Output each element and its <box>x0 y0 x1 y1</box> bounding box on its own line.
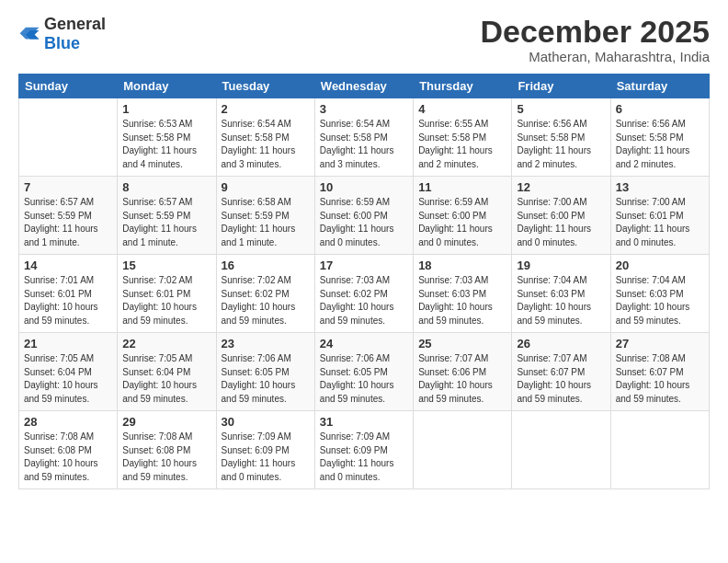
day-number: 20 <box>616 259 704 272</box>
table-row <box>512 411 610 489</box>
table-row: 17Sunrise: 7:03 AM Sunset: 6:02 PM Dayli… <box>314 255 413 333</box>
table-row: 10Sunrise: 6:59 AM Sunset: 6:00 PM Dayli… <box>314 177 413 255</box>
calendar-table: Sunday Monday Tuesday Wednesday Thursday… <box>18 74 710 489</box>
day-number: 7 <box>24 180 112 194</box>
day-number: 13 <box>616 180 704 194</box>
calendar-week-row: 28Sunrise: 7:08 AM Sunset: 6:08 PM Dayli… <box>19 411 710 489</box>
col-tuesday: Tuesday <box>216 75 314 98</box>
day-info: Sunrise: 7:02 AM Sunset: 6:02 PM Dayligh… <box>222 274 310 327</box>
day-info: Sunrise: 7:06 AM Sunset: 6:05 PM Dayligh… <box>320 352 408 406</box>
day-number: 19 <box>517 259 605 272</box>
day-number: 24 <box>320 337 408 350</box>
table-row: 25Sunrise: 7:07 AM Sunset: 6:06 PM Dayli… <box>414 333 512 411</box>
day-info: Sunrise: 7:08 AM Sunset: 6:08 PM Dayligh… <box>122 431 210 484</box>
day-number: 14 <box>24 259 112 272</box>
calendar-week-row: 21Sunrise: 7:05 AM Sunset: 6:04 PM Dayli… <box>19 333 710 411</box>
logo-text: General Blue <box>44 15 106 53</box>
table-row: 8Sunrise: 6:57 AM Sunset: 5:59 PM Daylig… <box>118 177 216 255</box>
table-row: 4Sunrise: 6:55 AM Sunset: 5:58 PM Daylig… <box>414 98 512 177</box>
day-info: Sunrise: 7:09 AM Sunset: 6:09 PM Dayligh… <box>222 431 310 484</box>
day-number: 1 <box>122 102 210 116</box>
logo-icon <box>18 26 40 42</box>
day-info: Sunrise: 6:57 AM Sunset: 5:59 PM Dayligh… <box>24 196 112 249</box>
day-info: Sunrise: 7:07 AM Sunset: 6:06 PM Dayligh… <box>418 352 506 406</box>
logo: General Blue <box>18 15 106 53</box>
header: General Blue December 2025 Matheran, Mah… <box>18 15 710 64</box>
location-title: Matheran, Maharashtra, India <box>480 49 710 64</box>
table-row: 21Sunrise: 7:05 AM Sunset: 6:04 PM Dayli… <box>19 333 118 411</box>
day-number: 31 <box>320 415 408 429</box>
day-info: Sunrise: 7:09 AM Sunset: 6:09 PM Dayligh… <box>320 431 408 484</box>
col-friday: Friday <box>512 75 610 98</box>
day-number: 15 <box>122 259 210 272</box>
table-row: 23Sunrise: 7:06 AM Sunset: 6:05 PM Dayli… <box>216 333 314 411</box>
day-info: Sunrise: 7:07 AM Sunset: 6:07 PM Dayligh… <box>517 352 605 406</box>
day-info: Sunrise: 7:02 AM Sunset: 6:01 PM Dayligh… <box>122 274 210 327</box>
table-row: 28Sunrise: 7:08 AM Sunset: 6:08 PM Dayli… <box>19 411 118 489</box>
day-number: 21 <box>24 337 112 350</box>
day-number: 3 <box>320 102 408 116</box>
day-info: Sunrise: 6:53 AM Sunset: 5:58 PM Dayligh… <box>122 118 210 171</box>
day-number: 9 <box>222 180 310 194</box>
day-info: Sunrise: 7:03 AM Sunset: 6:03 PM Dayligh… <box>418 274 506 327</box>
table-row: 11Sunrise: 6:59 AM Sunset: 6:00 PM Dayli… <box>414 177 512 255</box>
day-number: 30 <box>222 415 310 429</box>
table-row: 29Sunrise: 7:08 AM Sunset: 6:08 PM Dayli… <box>118 411 216 489</box>
day-info: Sunrise: 7:08 AM Sunset: 6:07 PM Dayligh… <box>616 352 704 406</box>
table-row: 5Sunrise: 6:56 AM Sunset: 5:58 PM Daylig… <box>512 98 610 177</box>
table-row: 13Sunrise: 7:00 AM Sunset: 6:01 PM Dayli… <box>610 177 709 255</box>
col-wednesday: Wednesday <box>314 75 413 98</box>
day-info: Sunrise: 6:56 AM Sunset: 5:58 PM Dayligh… <box>517 118 605 171</box>
day-info: Sunrise: 6:54 AM Sunset: 5:58 PM Dayligh… <box>222 118 310 171</box>
table-row: 27Sunrise: 7:08 AM Sunset: 6:07 PM Dayli… <box>610 333 709 411</box>
col-thursday: Thursday <box>414 75 512 98</box>
day-number: 22 <box>122 337 210 350</box>
day-number: 11 <box>418 180 506 194</box>
day-info: Sunrise: 6:54 AM Sunset: 5:58 PM Dayligh… <box>320 118 408 171</box>
table-row: 26Sunrise: 7:07 AM Sunset: 6:07 PM Dayli… <box>512 333 610 411</box>
day-info: Sunrise: 7:00 AM Sunset: 6:01 PM Dayligh… <box>616 196 704 249</box>
table-row: 19Sunrise: 7:04 AM Sunset: 6:03 PM Dayli… <box>512 255 610 333</box>
day-info: Sunrise: 7:05 AM Sunset: 6:04 PM Dayligh… <box>122 352 210 406</box>
table-row: 20Sunrise: 7:04 AM Sunset: 6:03 PM Dayli… <box>610 255 709 333</box>
day-number: 29 <box>122 415 210 429</box>
day-info: Sunrise: 6:56 AM Sunset: 5:58 PM Dayligh… <box>616 118 704 171</box>
col-saturday: Saturday <box>610 75 709 98</box>
day-number: 18 <box>418 259 506 272</box>
table-row <box>610 411 709 489</box>
col-sunday: Sunday <box>19 75 118 98</box>
day-number: 27 <box>616 337 704 350</box>
col-monday: Monday <box>118 75 216 98</box>
day-info: Sunrise: 7:04 AM Sunset: 6:03 PM Dayligh… <box>616 274 704 327</box>
day-number: 2 <box>222 102 310 116</box>
day-info: Sunrise: 6:57 AM Sunset: 5:59 PM Dayligh… <box>122 196 210 249</box>
table-row: 3Sunrise: 6:54 AM Sunset: 5:58 PM Daylig… <box>314 98 413 177</box>
day-info: Sunrise: 6:59 AM Sunset: 6:00 PM Dayligh… <box>418 196 506 249</box>
day-number: 23 <box>222 337 310 350</box>
day-info: Sunrise: 7:05 AM Sunset: 6:04 PM Dayligh… <box>24 352 112 406</box>
table-row: 9Sunrise: 6:58 AM Sunset: 5:59 PM Daylig… <box>216 177 314 255</box>
day-info: Sunrise: 6:55 AM Sunset: 5:58 PM Dayligh… <box>418 118 506 171</box>
day-number: 26 <box>517 337 605 350</box>
table-row: 1Sunrise: 6:53 AM Sunset: 5:58 PM Daylig… <box>118 98 216 177</box>
table-row: 31Sunrise: 7:09 AM Sunset: 6:09 PM Dayli… <box>314 411 413 489</box>
calendar-header-row: Sunday Monday Tuesday Wednesday Thursday… <box>19 75 710 98</box>
day-number: 17 <box>320 259 408 272</box>
table-row: 2Sunrise: 6:54 AM Sunset: 5:58 PM Daylig… <box>216 98 314 177</box>
table-row: 7Sunrise: 6:57 AM Sunset: 5:59 PM Daylig… <box>19 177 118 255</box>
day-number: 10 <box>320 180 408 194</box>
title-block: December 2025 Matheran, Maharashtra, Ind… <box>480 15 710 64</box>
day-number: 25 <box>418 337 506 350</box>
day-number: 16 <box>222 259 310 272</box>
table-row: 18Sunrise: 7:03 AM Sunset: 6:03 PM Dayli… <box>414 255 512 333</box>
day-number: 4 <box>418 102 506 116</box>
day-number: 12 <box>517 180 605 194</box>
table-row: 12Sunrise: 7:00 AM Sunset: 6:00 PM Dayli… <box>512 177 610 255</box>
day-info: Sunrise: 6:59 AM Sunset: 6:00 PM Dayligh… <box>320 196 408 249</box>
day-info: Sunrise: 7:08 AM Sunset: 6:08 PM Dayligh… <box>24 431 112 484</box>
day-number: 6 <box>616 102 704 116</box>
day-number: 28 <box>24 415 112 429</box>
table-row <box>414 411 512 489</box>
logo-general: General <box>44 15 106 33</box>
page-container: General Blue December 2025 Matheran, Mah… <box>0 0 728 499</box>
